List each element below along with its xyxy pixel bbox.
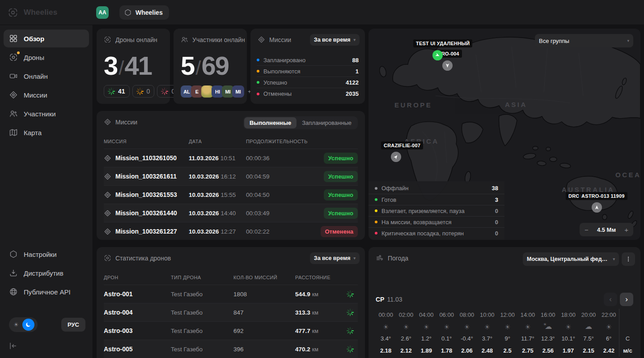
prev-day-button[interactable]: ‹ <box>604 293 617 306</box>
weather-icon: ☀☁ <box>599 321 619 332</box>
sidebar-item-members[interactable]: Участники <box>4 105 89 123</box>
weather-temp: 10.1° <box>558 332 578 345</box>
period-value: За все время <box>314 37 351 43</box>
zoom-out-button[interactable]: − <box>585 226 589 233</box>
sidebar-item-overview[interactable]: Обзор <box>4 30 89 47</box>
org-avatar-badge[interactable]: AA <box>96 6 109 19</box>
video-icon <box>9 72 18 81</box>
sun-icon: ☀ <box>383 324 389 330</box>
legend-label: Взлетает, приземляется, пауза <box>381 208 495 214</box>
weather-wind: 2.5 <box>497 345 517 357</box>
badge-count: 41 <box>118 88 125 95</box>
drone-stats-row[interactable]: Astro-001 Test Газебо 1808 544.9 км <box>104 285 358 303</box>
mission-row[interactable]: Mission_1003261553 10.03.2026 15:55 00:0… <box>104 185 358 204</box>
sidebar-collapse-button[interactable] <box>8 341 18 351</box>
summary-value: 2035 <box>346 90 359 97</box>
sidebar: Обзор Дроны Онлайн Миссии Участники Карт… <box>0 25 93 358</box>
theme-toggle[interactable]: ☀ <box>9 317 38 332</box>
tab-planned[interactable]: Запланированные <box>297 117 357 128</box>
drone-stats-row[interactable]: Astro-003 Test Газебо 692 477.7 км <box>104 321 358 340</box>
drones-ready-badge[interactable]: 41 <box>104 85 130 98</box>
language-button[interactable]: РУС <box>61 318 85 332</box>
total-count: 41 <box>125 51 152 81</box>
drone-logo-icon <box>8 7 18 18</box>
weather-wind: 2.75 <box>517 345 538 357</box>
legend-label: На миссии, возвращается <box>381 219 495 226</box>
weather-temp: 1.2° <box>416 332 436 345</box>
count-separator: / <box>119 57 123 79</box>
avatar[interactable]: MI <box>232 85 244 98</box>
weather-location-select[interactable]: Москва, Центральный федер... ▾ <box>523 252 619 266</box>
drone-marker-ready[interactable] <box>432 50 443 60</box>
summary-label: Отменены <box>263 90 346 97</box>
legend-value: 38 <box>492 185 498 192</box>
notification-dot <box>17 51 20 54</box>
sun-icon: ☀ <box>444 324 449 330</box>
weather-hour: 12:00 <box>497 309 517 321</box>
legend-row-on-mission: На миссии, возвращается 0 <box>369 216 504 227</box>
drone-stats-row[interactable]: Astro-004 Test Газебо 847 313.3 км <box>104 303 358 321</box>
sidebar-item-public-api[interactable]: Публичное API <box>4 283 89 301</box>
wind-icon <box>376 254 384 262</box>
tab-completed[interactable]: Выполненные <box>244 117 297 128</box>
drone-map-label[interactable]: CRAZIFLIE-007 <box>381 141 423 149</box>
card-title: Погода <box>388 255 408 262</box>
sidebar-item-label: Публичное API <box>24 288 71 296</box>
weather-icon: ☀☁ <box>416 321 436 332</box>
moon-icon <box>22 319 34 331</box>
mission-row[interactable]: Mission_1103261050 11.03.2026 10:51 00:0… <box>104 149 358 167</box>
mission-name: Mission_1003261611 <box>115 173 189 180</box>
drone-stats-row[interactable]: Astro-005 Test Газебо 396 470.2 км <box>104 340 358 358</box>
mission-time: 14:40 <box>220 210 236 217</box>
workspace-chip[interactable]: Wheelies <box>119 5 169 20</box>
mission-diamond-icon <box>104 118 111 126</box>
drone-map-label[interactable]: ASTRO-013 11909 <box>579 192 627 200</box>
column-header: РАССТОЯНИЕ <box>295 275 346 280</box>
mission-name: Mission_1103261050 <box>115 154 189 162</box>
grid-icon <box>9 34 18 43</box>
weather-temp: 0.1° <box>436 332 457 345</box>
period-select[interactable]: За все время ▾ <box>310 252 360 264</box>
zoom-in-button[interactable]: + <box>624 226 628 233</box>
status-dot <box>257 81 259 84</box>
sun-icon: ☀ <box>11 321 21 328</box>
drones-active-badge[interactable]: 0 <box>132 85 155 98</box>
sidebar-item-missions[interactable]: Миссии <box>4 86 89 104</box>
continent-label: OCEANI <box>615 171 640 179</box>
sidebar-item-drones[interactable]: Дроны <box>4 48 89 66</box>
sidebar-item-online[interactable]: Онлайн <box>4 67 89 85</box>
map-card[interactable]: EUROPE ASIA AFRICA AUSTRALIA OCEANI TEST… <box>369 29 640 240</box>
weather-wind: 2.56 <box>538 345 558 357</box>
weather-temp: 12.3° <box>538 332 558 345</box>
sidebar-item-map[interactable]: Карта <box>4 124 89 141</box>
groups-filter-select[interactable]: Все группы ▾ <box>535 34 633 47</box>
distance-unit: км <box>312 346 318 353</box>
sun-icon: ☀ <box>403 324 409 330</box>
drone-map-label[interactable]: TEST UI УДАЛЕННЫЙ <box>413 39 472 47</box>
table-header: ДРОН ТИП ДРОНА КОЛ-ВО МИССИЙ РАССТОЯНИЕ <box>104 270 358 285</box>
mission-duration: 00:04:50 <box>246 192 313 198</box>
drone-marker-offline[interactable] <box>442 60 453 71</box>
card-title: Миссии <box>269 36 291 43</box>
sidebar-item-label: Карта <box>24 129 42 136</box>
card-title: Участники онлайн <box>192 36 245 43</box>
chevron-down-icon: ▾ <box>613 257 615 261</box>
sun-icon: ☀ <box>606 324 612 330</box>
next-day-button[interactable]: › <box>620 293 633 306</box>
column-header: ТИП ДРОНА <box>171 275 233 280</box>
mission-name: Mission_1003261227 <box>115 228 189 235</box>
drone-marker-offline[interactable] <box>391 152 401 162</box>
mission-row[interactable]: Mission_1003261440 10.03.2026 14:40 00:0… <box>104 204 358 222</box>
mission-row[interactable]: Mission_1003261227 10.03.2026 12:27 00:0… <box>104 222 358 240</box>
weather-hour: 16:00 <box>538 309 558 321</box>
weather-day: СР11.03 <box>376 296 402 303</box>
globe-icon <box>9 287 18 296</box>
drone-marker-offline[interactable] <box>592 202 602 213</box>
sidebar-item-settings[interactable]: Настройки <box>4 245 89 263</box>
drones-online-card: Дроны онлайн 3 / 41 41 0 0 <box>97 29 170 104</box>
mission-row[interactable]: Mission_1003261611 10.03.2026 16:12 00:0… <box>104 167 358 185</box>
weather-menu-button[interactable] <box>622 252 635 266</box>
weather-card: Погода Москва, Центральный федер... ▾ СР… <box>369 247 640 358</box>
period-select[interactable]: За все время ▾ <box>310 34 360 46</box>
sidebar-item-distributive[interactable]: Дистрибутив <box>4 264 89 282</box>
